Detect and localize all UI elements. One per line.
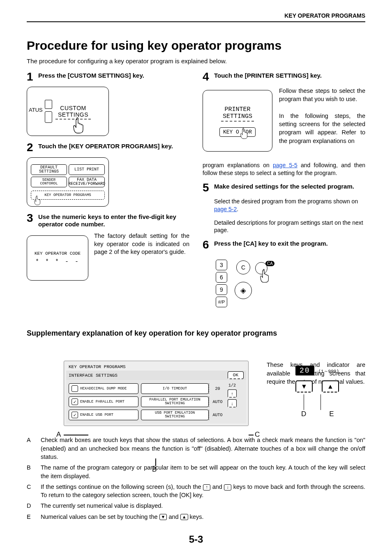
opt-io-timeout[interactable]: I/O TIMEOUT	[141, 383, 209, 394]
callout-line-E	[321, 394, 321, 410]
step-1-number: 1	[27, 71, 38, 83]
opt-enable-parallel[interactable]: ✓ENABLE PARALLEL PORT	[69, 396, 138, 407]
callout-line-C	[249, 435, 254, 435]
step-4-body-b: program explanations on page 5-5 and fol…	[203, 161, 365, 177]
step-4-number: 4	[203, 71, 214, 83]
ca-badge: CA	[265, 261, 274, 266]
diamond-key-icon[interactable]: ◈	[235, 282, 252, 299]
opt-enable-usb[interactable]: ✓ENABLE USB PORT	[69, 410, 138, 420]
c-label: C	[241, 264, 245, 271]
step-5-title: Make desired settings for the selected p…	[214, 183, 365, 190]
panel-subtitle: INTERFACE SETTINGS	[69, 373, 118, 378]
value-down-button[interactable]: ▼	[295, 380, 313, 393]
supplementary-title: Supplementary explanation of key operati…	[27, 329, 365, 338]
opt-label: HEXADECIMAL DUMP MODE	[80, 387, 127, 391]
step-2-number: 2	[27, 142, 38, 153]
value-up-button[interactable]: ▲	[322, 380, 339, 393]
left-column: 1 Press the [CUSTOM SETTINGS] key. ATUS …	[27, 72, 189, 319]
header-title: KEY OPERATOR PROGRAMS	[27, 12, 365, 19]
step-6-number: 6	[203, 239, 214, 251]
opt-parallel-emulation[interactable]: PARALLEL PORT EMULATION SWITCHING	[141, 396, 209, 407]
checkbox-checked-icon: ✓	[71, 412, 78, 418]
val-io: 20	[209, 383, 224, 394]
intro-text: The procedure for configuring a key oper…	[27, 58, 365, 64]
step-1-title: Press the [CUSTOM SETTINGS] key.	[38, 72, 189, 79]
value-range: (1～999)	[318, 369, 339, 374]
hand-pointer-icon	[33, 193, 42, 208]
def-text-A: Check mark boxes are touch keys that sho…	[41, 436, 365, 461]
diamond-icon: ◈	[240, 286, 246, 295]
panel-title: KEY OPERATOR PROGRAMS	[66, 363, 246, 371]
figure-printer-settings: PRINTER SETTINGS KEY O TOR	[203, 90, 272, 152]
def-label-E: E	[27, 513, 33, 521]
list-print-button[interactable]: LIST PRINT	[69, 164, 105, 175]
def-text-B: The name of the program category or part…	[41, 463, 365, 480]
opt-hex-dump[interactable]: HEXADECIMAL DUMP MODE	[69, 383, 138, 394]
figure-key-operator-menu: DEFAULT SETTINGS LIST PRINT SENDER CONTO…	[27, 157, 109, 207]
default-settings-button[interactable]: DEFAULT SETTINGS	[31, 164, 67, 175]
callout-line-B	[155, 458, 156, 466]
checkbox-icon	[71, 385, 78, 392]
val-par: AUTO	[209, 396, 224, 407]
key-operator-code-value: * * * - -	[35, 258, 81, 265]
page-number: 5-3	[0, 534, 392, 545]
figure-ca-key: 3 6 9 #/P C ◈ CA	[203, 255, 281, 312]
numkey-9[interactable]: 9	[216, 284, 227, 295]
opt-label: ENABLE PARALLEL PORT	[80, 400, 125, 404]
key-operator-programs-button[interactable]: KEY OPERATOR PROGRAMS	[31, 191, 105, 200]
step-4-body-a: Follow these steps to select the program…	[279, 87, 365, 145]
step-5-body-1: Select the desired program from the prog…	[214, 198, 365, 213]
settings-screen-panel: KEY OPERATOR PROGRAMS INTERFACE SETTINGS…	[64, 361, 249, 426]
step-5-body-2: Detailed descriptions for program settin…	[214, 219, 365, 235]
numkey-3[interactable]: 3	[216, 260, 227, 270]
opt-usb-emulation[interactable]: USB PORT EMULATION SWITCHING	[141, 410, 209, 420]
page-fraction: 1/2	[228, 383, 236, 388]
def-label-A: A	[27, 436, 33, 461]
val-usb: AUTO	[209, 410, 224, 420]
ok-button[interactable]: OK	[228, 371, 244, 379]
numkey-6[interactable]: 6	[216, 272, 227, 283]
callout-A: A	[56, 431, 61, 439]
mini-box-icon	[45, 111, 52, 123]
callout-C: C	[255, 431, 260, 439]
page-title: Procedure for using key operator program…	[27, 39, 365, 53]
key-op-label: KEY OPERATOR PROGRAMS	[44, 193, 91, 197]
callout-D: D	[301, 410, 306, 418]
up-triangle-key-icon: ▲	[180, 514, 188, 520]
key-operator-button-cut[interactable]: KEY O TOR	[219, 127, 256, 137]
header-rule	[27, 21, 365, 22]
opt-label: ENABLE USB PORT	[80, 413, 113, 417]
def-text-D: The currently set numerical value is dis…	[41, 502, 365, 510]
page-5-5-link[interactable]: page 5-5	[273, 162, 297, 168]
step-5-number: 5	[203, 182, 214, 193]
step-3-number: 3	[27, 212, 38, 224]
def-label-B: B	[27, 463, 33, 480]
current-value-display: 20	[295, 366, 314, 375]
atus-label: ATUS	[29, 107, 43, 113]
down-triangle-key-icon: ▼	[159, 514, 167, 520]
hand-pointer-icon	[71, 117, 85, 134]
c-key-icon[interactable]: C	[236, 260, 250, 274]
figure-custom-settings: ATUS CUSTOM SETTINGS	[27, 87, 109, 136]
scroll-down-button[interactable]: ↓	[228, 399, 237, 408]
checkbox-checked-icon: ✓	[71, 398, 78, 405]
hand-pointer-icon	[259, 269, 271, 283]
scroll-up-button[interactable]: ↑	[228, 389, 237, 398]
step-2-title: Touch the [KEY OPERATOR PROGRAMS] key.	[38, 143, 189, 150]
value-control: 20 (1～999) ▼ ▲ D E	[295, 366, 339, 418]
printer-settings-key[interactable]: PRINTER SETTINGS	[221, 105, 254, 122]
sender-control-button[interactable]: SENDER CONTOROL	[31, 177, 67, 187]
step-6-title: Press the [CA] key to exit the program.	[214, 240, 365, 247]
callout-E: E	[329, 410, 334, 418]
fax-data-button[interactable]: FAX DATA RECEIVE/FORWARD	[69, 177, 105, 187]
callout-line-D	[304, 394, 304, 410]
def-label-D: D	[27, 502, 33, 510]
numkey-hash-p[interactable]: #/P	[216, 297, 227, 307]
def-label-C: C	[27, 483, 33, 500]
def-text-E: Numerical values can be set by touching …	[41, 513, 365, 521]
hand-pointer-icon	[239, 128, 249, 139]
figure-key-operator-code: KEY OPERATOR CODE * * * - -	[27, 235, 88, 281]
mini-box-icon	[45, 100, 52, 109]
custom-settings-key[interactable]: CUSTOM SETTINGS	[55, 103, 91, 120]
page-5-2-link[interactable]: page 5-2	[214, 206, 237, 212]
